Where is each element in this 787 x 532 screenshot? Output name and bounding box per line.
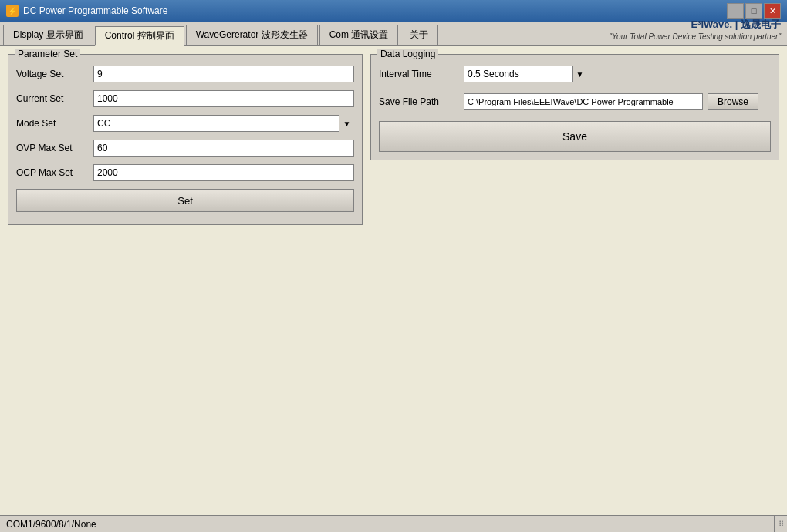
ocp-max-set-input[interactable] [93,164,354,181]
ocp-max-set-label: OCP Max Set [16,167,93,178]
status-com-info: COM1/9600/8/1/None [0,516,103,532]
main-content: Parameter Set Voltage Set Current Set Mo… [0,46,787,515]
app-icon: ⚡ [6,5,19,17]
mode-set-row: Mode Set CC CV CP CR ▼ [16,115,354,132]
title-controls: – □ ✕ [727,3,781,19]
voltage-set-row: Voltage Set [16,66,354,82]
maximize-button[interactable]: □ [745,3,762,19]
save-button[interactable]: Save [379,121,771,152]
ovp-max-set-input[interactable] [93,140,354,157]
interval-time-select[interactable]: 0.1 Seconds 0.5 Seconds 1 Seconds 2 Seco… [464,66,587,82]
tab-wavegen[interactable]: WaveGererator 波形发生器 [186,25,318,45]
interval-select-wrapper: 0.1 Seconds 0.5 Seconds 1 Seconds 2 Seco… [464,66,587,82]
save-file-path-row: Save File Path Browse [379,93,771,110]
current-set-label: Current Set [16,93,93,104]
ocp-max-set-row: OCP Max Set [16,164,354,181]
brand-area: E³IWave. | 逸晟电子 "Your Total Power Device… [609,19,781,42]
mode-set-select[interactable]: CC CV CP CR [93,115,354,132]
brand-tagline: "Your Total Power Device Testing solutio… [609,32,781,42]
data-logging-title: Data Logging [377,49,438,59]
title-bar-left: ⚡ DC Power Programmable Software [6,5,167,17]
status-section-3 [620,516,775,532]
tab-about[interactable]: 关于 [400,25,438,45]
voltage-set-label: Voltage Set [16,69,93,79]
parameter-set-title: Parameter Set [15,49,80,59]
resize-handle[interactable]: ⠿ [775,516,787,533]
mode-set-wrapper: CC CV CP CR ▼ [93,115,354,132]
right-panel: Data Logging Interval Time 0.1 Seconds 0… [370,54,779,507]
brand-name: E³IWave. | 逸晟电子 [609,19,781,32]
data-logging-group: Data Logging Interval Time 0.1 Seconds 0… [370,54,779,160]
parameter-set-group: Parameter Set Voltage Set Current Set Mo… [8,54,363,225]
tab-control[interactable]: Control 控制界面 [95,26,184,46]
current-set-input[interactable] [93,90,354,107]
ovp-max-set-label: OVP Max Set [16,143,93,153]
interval-time-row: Interval Time 0.1 Seconds 0.5 Seconds 1 … [379,66,771,82]
window-title: DC Power Programmable Software [23,5,167,16]
voltage-set-input[interactable] [93,66,354,82]
tab-com[interactable]: Com 通讯设置 [319,25,399,45]
close-button[interactable]: ✕ [764,3,781,19]
menu-bar: Display 显示界面 Control 控制界面 WaveGererator … [0,22,787,46]
ovp-max-set-row: OVP Max Set [16,140,354,157]
save-file-path-label: Save File Path [379,96,464,107]
status-bar: COM1/9600/8/1/None ⠿ [0,515,787,532]
status-section-2 [103,516,620,532]
tab-display[interactable]: Display 显示界面 [3,25,93,45]
current-set-row: Current Set [16,90,354,107]
save-file-path-input[interactable] [464,93,703,110]
minimize-button[interactable]: – [727,3,744,19]
browse-button[interactable]: Browse [708,93,758,110]
interval-time-label: Interval Time [379,69,464,79]
mode-set-label: Mode Set [16,118,93,129]
set-button[interactable]: Set [16,189,354,212]
left-panel: Parameter Set Voltage Set Current Set Mo… [8,54,363,507]
